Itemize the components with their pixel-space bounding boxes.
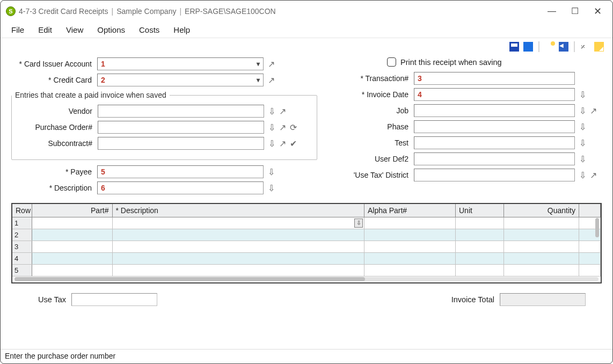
status-bar: Enter the purchase order number <box>1 349 612 363</box>
print-receipt-checkbox[interactable] <box>387 57 396 67</box>
paid-invoice-legend: Entries that create a paid invoice when … <box>12 91 170 99</box>
cell-dropdown-icon[interactable]: ⇩ <box>354 219 363 228</box>
col-description[interactable]: * Description <box>112 204 364 217</box>
lookup-icon[interactable]: ↗ <box>267 59 275 69</box>
usetax-district-label: 'Use Tax' District <box>339 171 414 179</box>
menu-view[interactable]: View <box>66 25 83 34</box>
subcontract-input[interactable] <box>98 137 264 150</box>
dropdown-icon[interactable]: ⇩ <box>267 122 276 133</box>
col-part[interactable]: Part# <box>32 204 112 217</box>
table-row[interactable]: 3 <box>12 241 601 252</box>
dropdown-icon[interactable]: ⇩ <box>267 183 275 193</box>
credit-card-select[interactable]: 2 ▾ <box>97 74 264 86</box>
app-icon: S <box>6 6 16 16</box>
card-issuer-select[interactable]: 1 ▾ <box>97 57 264 70</box>
table-row[interactable]: 1 ⇩ <box>12 217 601 229</box>
transaction-label: * Transaction# <box>339 74 414 83</box>
lookup-icon[interactable]: ↗ <box>278 106 287 117</box>
window-title: 4-7-3 Credit Card Receipts <box>19 7 108 16</box>
invoice-date-label: * Invoice Date <box>339 90 414 99</box>
dropdown-icon[interactable]: ⇩ <box>578 170 587 180</box>
transaction-input[interactable] <box>414 72 575 85</box>
status-text: Enter the purchase order number <box>5 352 115 360</box>
usetax-district-input[interactable] <box>414 169 575 181</box>
table-row[interactable]: 5 <box>12 264 601 276</box>
use-tax-input[interactable] <box>71 293 157 306</box>
phase-label: Phase <box>339 122 414 131</box>
userdef2-label: User Def2 <box>339 155 414 163</box>
phase-input[interactable] <box>414 120 575 133</box>
company-name: Sample Company <box>116 7 176 16</box>
col-alpha-part[interactable]: Alpha Part# <box>364 204 456 217</box>
toolbar-divider <box>538 41 539 52</box>
menu-costs[interactable]: Costs <box>139 25 159 34</box>
payee-label: * Payee <box>11 168 97 176</box>
dropdown-icon[interactable]: ⇩ <box>267 167 275 177</box>
col-row[interactable]: Row <box>12 204 32 217</box>
menu-bar: File Edit View Options Costs Help <box>1 22 612 38</box>
save-close-icon[interactable] <box>523 42 533 52</box>
subcontract-label: Subcontract# <box>12 139 98 148</box>
dropdown-icon[interactable]: ⇩ <box>267 139 276 149</box>
invoice-total-label: Invoice Total <box>451 295 494 304</box>
payee-input[interactable] <box>97 165 264 178</box>
refresh-icon[interactable]: ⟳ <box>289 122 297 133</box>
use-tax-label: Use Tax <box>38 295 66 304</box>
menu-edit[interactable]: Edit <box>38 25 52 34</box>
title-bar: S 4-7-3 Credit Card Receipts | Sample Co… <box>1 1 612 22</box>
toolbar-divider <box>574 41 575 52</box>
description-label: * Description <box>11 184 97 192</box>
lookup-icon[interactable]: ↗ <box>278 122 287 133</box>
table-row[interactable]: 2 <box>12 229 601 241</box>
menu-file[interactable]: File <box>11 25 24 34</box>
save-icon[interactable] <box>509 42 519 52</box>
invoice-total-input <box>500 293 586 306</box>
close-button[interactable]: ✕ <box>594 6 602 16</box>
chevron-down-icon: ▾ <box>257 76 260 84</box>
job-label: Job <box>339 106 414 115</box>
col-blank <box>579 204 601 217</box>
test-label: Test <box>339 139 414 147</box>
table-row[interactable]: 4 <box>12 252 601 264</box>
chevron-down-icon: ▾ <box>257 60 260 68</box>
print-receipt-label: Print this receipt when saving <box>400 58 502 67</box>
attachment-icon[interactable]: 𝄎 <box>580 42 590 52</box>
dropdown-icon[interactable]: ⇩ <box>578 90 587 100</box>
invoice-date-input[interactable] <box>414 88 575 101</box>
col-unit[interactable]: Unit <box>456 204 504 217</box>
new-record-icon[interactable] <box>545 42 554 52</box>
userdef2-input[interactable] <box>414 152 575 165</box>
lookup-icon[interactable]: ↗ <box>267 75 275 85</box>
vendor-input[interactable] <box>98 105 264 118</box>
dropdown-icon[interactable]: ⇩ <box>578 154 587 164</box>
check-icon[interactable]: ✔ <box>289 139 297 149</box>
lookup-icon[interactable]: ↗ <box>278 139 287 149</box>
lookup-icon[interactable]: ↗ <box>589 170 597 180</box>
paid-invoice-group: Entries that create a paid invoice when … <box>11 91 317 160</box>
card-issuer-label: * Card Issuer Account <box>11 60 97 68</box>
maximize-button[interactable]: ☐ <box>571 7 579 16</box>
lookup-icon[interactable]: ↗ <box>589 106 597 116</box>
col-quantity[interactable]: Quantity <box>504 204 579 217</box>
dropdown-icon[interactable]: ⇩ <box>267 106 276 117</box>
test-input[interactable] <box>414 136 575 149</box>
toolbar: ◀ 𝄎 <box>1 38 612 53</box>
menu-help[interactable]: Help <box>173 25 190 34</box>
menu-options[interactable]: Options <box>97 25 125 34</box>
dropdown-icon[interactable]: ⇩ <box>578 122 587 132</box>
vendor-label: Vendor <box>12 107 98 115</box>
job-input[interactable] <box>414 104 575 117</box>
server-name: ERP-SAGE\SAGE100CON <box>185 7 276 16</box>
description-input[interactable] <box>97 181 264 194</box>
dropdown-icon[interactable]: ⇩ <box>578 106 587 116</box>
vertical-scrollbar[interactable] <box>595 218 599 237</box>
horizontal-scrollbar[interactable] <box>14 277 599 281</box>
navigate-icon[interactable]: ◀ <box>559 42 568 52</box>
purchase-order-input[interactable] <box>98 121 264 134</box>
line-items-grid[interactable]: Row Part# * Description Alpha Part# Unit… <box>11 203 602 283</box>
app-window: S 4-7-3 Credit Card Receipts | Sample Co… <box>0 0 613 364</box>
dropdown-icon[interactable]: ⇩ <box>578 138 587 148</box>
minimize-button[interactable]: ― <box>548 7 556 16</box>
purchase-order-label: Purchase Order# <box>12 123 98 132</box>
note-icon[interactable] <box>594 42 604 52</box>
